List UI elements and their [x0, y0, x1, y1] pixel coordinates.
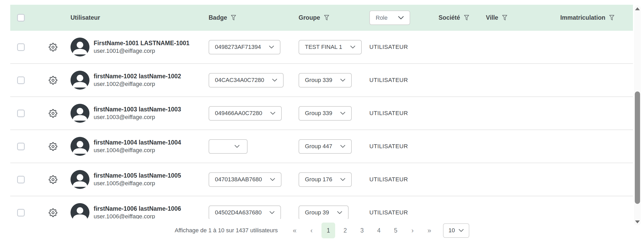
table-row: firstName-1004 lastName-1004 user.1004@e… — [10, 130, 633, 163]
groupe-filter-funnel-icon[interactable] — [324, 15, 329, 21]
badge-value: 0470138AAB7680 — [215, 176, 262, 183]
badge-select[interactable]: 049466AA0C7280 — [209, 106, 282, 121]
group-value: TEST FINAL 1 — [305, 44, 342, 50]
user-email: user.1006@eiffage.corp — [94, 213, 181, 219]
user-email: user.1002@eiffage.corp — [94, 80, 181, 88]
header-societe: Société — [431, 14, 479, 21]
header-ville: Ville — [479, 14, 517, 21]
badge-select[interactable] — [209, 139, 248, 154]
group-select[interactable]: Group 339 — [299, 106, 352, 121]
user-name: firstName-1004 lastName-1004 — [94, 139, 181, 147]
group-value: Group 447 — [305, 143, 332, 150]
badge-select[interactable]: 0498273AF71394 — [209, 40, 280, 54]
table-row: firstName-1003 lastName-1003 user.1003@e… — [10, 97, 633, 130]
group-select[interactable]: Group 176 — [299, 172, 352, 187]
scrollbar-down-icon[interactable] — [635, 220, 640, 223]
badge-filter-funnel-icon[interactable] — [231, 15, 236, 21]
table-row: FirstName-1001 LASTNAME-1001 user.1001@e… — [10, 31, 633, 64]
group-value: Group 39 — [305, 209, 329, 216]
table-row: firstName-1006 lastName-1006 user.1006@e… — [10, 196, 633, 219]
chevron-down-icon — [270, 178, 275, 181]
group-select[interactable]: Group 39 — [299, 205, 349, 219]
table-header: Utilisateur Badge Groupe Role Société — [10, 5, 633, 31]
user-email: user.1004@eiffage.corp — [94, 147, 181, 154]
societe-filter-funnel-icon[interactable] — [464, 15, 469, 21]
chevron-down-icon — [398, 16, 404, 19]
gear-icon[interactable] — [49, 208, 57, 217]
scrollbar-up-icon[interactable] — [635, 7, 640, 10]
gear-icon[interactable] — [49, 109, 57, 118]
chevron-down-icon — [340, 145, 345, 148]
badge-value: 04CAC34A0C7280 — [215, 77, 264, 84]
page-button-2[interactable]: 2 — [338, 223, 352, 238]
role-filter-select[interactable]: Role — [369, 11, 410, 25]
header-badge: Badge — [201, 14, 292, 21]
role-value: UTILISATEUR — [369, 44, 408, 50]
last-page-button[interactable]: » — [422, 223, 436, 238]
page-button-4[interactable]: 4 — [372, 223, 386, 238]
users-table: Utilisateur Badge Groupe Role Société — [10, 5, 633, 219]
role-filter-placeholder: Role — [376, 14, 388, 21]
vertical-scrollbar[interactable] — [634, 5, 641, 225]
gear-icon[interactable] — [49, 142, 57, 151]
table-body: FirstName-1001 LASTNAME-1001 user.1001@e… — [10, 31, 633, 219]
avatar-person-icon — [71, 137, 89, 156]
avatar-person-icon — [71, 203, 89, 219]
badge-select[interactable]: 0470138AAB7680 — [209, 172, 281, 187]
gear-icon[interactable] — [49, 43, 57, 52]
select-all-checkbox[interactable] — [17, 14, 25, 22]
chevron-down-icon — [340, 178, 345, 181]
column-label-immatriculation: Immatriculation — [560, 14, 605, 21]
next-page-button[interactable]: › — [406, 223, 419, 238]
group-select[interactable]: Group 447 — [299, 139, 352, 154]
user-email: user.1003@eiffage.corp — [94, 114, 181, 121]
avatar-person-icon — [71, 71, 89, 90]
page-size-value: 10 — [449, 227, 455, 234]
row-checkbox[interactable] — [17, 110, 25, 117]
table-row: firstName-1002 lastName-1002 user.1002@e… — [10, 64, 633, 97]
group-value: Group 339 — [305, 77, 332, 84]
role-value: UTILISATEUR — [369, 110, 408, 117]
pagination-summary: Affichage de 1 à 10 sur 1437 utilisateur… — [175, 227, 278, 234]
page-size-select[interactable]: 10 — [443, 223, 469, 238]
ville-filter-funnel-icon[interactable] — [502, 15, 507, 21]
row-checkbox[interactable] — [17, 176, 25, 183]
chevron-down-icon — [459, 229, 464, 232]
page-button-3[interactable]: 3 — [355, 223, 369, 238]
header-select-all-cell — [10, 14, 38, 22]
chevron-down-icon — [269, 45, 274, 49]
group-select[interactable]: Group 339 — [299, 73, 352, 87]
header-utilisateur: Utilisateur — [66, 14, 201, 21]
header-immatriculation: Immatriculation — [517, 14, 633, 21]
chevron-down-icon — [337, 211, 342, 214]
row-checkbox[interactable] — [17, 43, 25, 51]
page-button-1[interactable]: 1 — [321, 223, 335, 238]
chevron-down-icon — [269, 211, 275, 214]
previous-page-button[interactable]: ‹ — [305, 223, 318, 238]
badge-select[interactable]: 04502D4A637680 — [209, 205, 281, 219]
row-checkbox[interactable] — [17, 76, 25, 84]
column-label-badge: Badge — [209, 14, 227, 21]
column-label-groupe: Groupe — [299, 14, 320, 21]
chevron-down-icon — [350, 45, 355, 49]
badge-value: 04502D4A637680 — [215, 209, 261, 216]
role-value: UTILISATEUR — [369, 209, 408, 216]
group-select[interactable]: TEST FINAL 1 — [299, 40, 362, 54]
group-value: Group 176 — [305, 176, 332, 183]
chevron-down-icon — [272, 79, 277, 82]
user-email: user.1005@eiffage.corp — [94, 180, 181, 187]
page-button-5[interactable]: 5 — [389, 223, 402, 238]
immatriculation-filter-funnel-icon[interactable] — [609, 15, 615, 21]
gear-icon[interactable] — [49, 175, 57, 184]
gear-icon[interactable] — [49, 76, 57, 85]
avatar-person-icon — [71, 104, 89, 123]
users-page: Utilisateur Badge Groupe Role Société — [0, 0, 644, 242]
avatar-person-icon — [71, 38, 89, 56]
scrollbar-thumb[interactable] — [635, 91, 640, 204]
row-checkbox[interactable] — [17, 209, 25, 217]
row-checkbox[interactable] — [17, 143, 25, 150]
badge-value: 0498273AF71394 — [215, 44, 261, 50]
badge-select[interactable]: 04CAC34A0C7280 — [209, 73, 284, 87]
chevron-down-icon — [340, 79, 345, 82]
first-page-button[interactable]: « — [288, 223, 301, 238]
